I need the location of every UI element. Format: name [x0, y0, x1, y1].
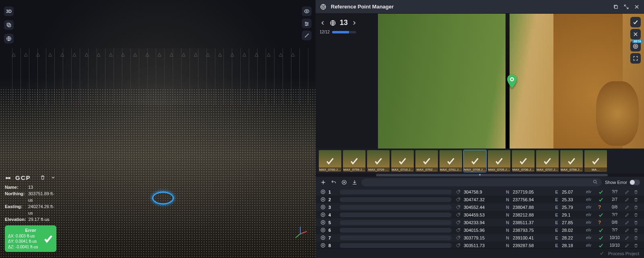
point-name-pill[interactable]	[340, 243, 452, 248]
edit-icon[interactable]	[625, 243, 631, 248]
point-name-pill[interactable]	[340, 197, 452, 202]
measure-tool-button[interactable]	[302, 31, 312, 40]
thumbnail[interactable]: MAX_0709 …	[367, 150, 390, 172]
tag-icon[interactable]	[456, 197, 461, 202]
next-point-button[interactable]	[351, 20, 357, 26]
thumbnail-strip[interactable]: MAX_0760.J…MAX_0759.J…MAX_0709 …MAX_0710…	[316, 149, 644, 173]
point-list[interactable]: 1304758.9N237719.05E25.07elv?/?2304747.3…	[316, 188, 644, 248]
scrollbar-handle[interactable]	[376, 174, 608, 176]
mode-3d-button[interactable]: 3D	[4, 6, 14, 16]
edit-icon[interactable]	[625, 205, 631, 210]
e-axis-label: E	[554, 190, 559, 194]
axis-gizmo[interactable]	[292, 226, 308, 242]
elevation-value: 28.18	[562, 243, 584, 248]
fullscreen-button[interactable]	[630, 53, 641, 64]
point-name-pill[interactable]	[340, 213, 452, 217]
selected-point-ring[interactable]	[152, 192, 174, 204]
thumbnail[interactable]: MAX_0760.J…	[319, 150, 341, 172]
point-name-pill[interactable]	[340, 228, 452, 233]
target-assist-button[interactable]: BETA	[630, 41, 641, 52]
point-row[interactable]: 4304459.53N238212.88E29.1elv?/?	[316, 211, 644, 219]
check-icon	[349, 156, 359, 166]
delete-icon[interactable]	[634, 190, 640, 194]
point-row[interactable]: 7303779.15N239100.41E28.22elv10/10	[316, 234, 644, 241]
delete-icon[interactable]	[634, 205, 640, 210]
delete-icon[interactable]	[634, 220, 640, 225]
point-name-pill[interactable]	[340, 220, 452, 225]
check-icon	[446, 156, 456, 166]
download-button[interactable]	[351, 179, 358, 186]
point-row[interactable]: 8303511.73N239287.58E28.18elv10/10	[316, 241, 644, 248]
point-row[interactable]: 1304758.9N237719.05E25.07elv?/?	[316, 188, 644, 196]
binoculars-icon[interactable]	[5, 174, 11, 181]
thumbnail[interactable]: MAX_0762 …	[415, 150, 438, 172]
delete-icon[interactable]	[634, 228, 640, 233]
chevron-down-icon[interactable]	[50, 174, 56, 181]
point-name-pill[interactable]	[340, 190, 452, 194]
tag-icon[interactable]	[456, 220, 461, 225]
copy-tool-button[interactable]	[4, 20, 14, 30]
maximize-icon[interactable]	[623, 4, 630, 10]
thumbnail[interactable]: MAX_0705.J…	[488, 150, 510, 172]
thumbnail[interactable]: MAX_0759.J…	[343, 150, 365, 172]
svg-point-6	[306, 10, 308, 12]
edit-icon[interactable]	[625, 197, 631, 202]
restore-window-icon[interactable]	[613, 4, 619, 10]
tag-icon[interactable]	[456, 235, 461, 240]
edit-icon[interactable]	[625, 228, 631, 233]
point-row[interactable]: 5304233.94N238511.37E27.85elv?0/8	[316, 219, 644, 226]
status-icon: ?	[598, 204, 605, 210]
confirm-button[interactable]	[630, 17, 641, 27]
tag-icon[interactable]	[456, 205, 461, 210]
delete-icon[interactable]	[634, 213, 640, 217]
delete-icon[interactable]	[634, 197, 640, 202]
delete-icon[interactable]	[634, 243, 640, 248]
clear-all-button[interactable]	[341, 179, 348, 186]
thumbnail[interactable]: MAX_0708.J…	[464, 150, 486, 172]
search-input[interactable]	[365, 180, 593, 185]
thumbnail[interactable]: MAX_0710.J…	[391, 150, 414, 172]
search-input-wrap	[361, 178, 602, 186]
prev-point-button[interactable]	[320, 20, 326, 26]
edit-icon[interactable]	[625, 190, 631, 194]
thumbnail[interactable]: MA…	[584, 150, 607, 172]
show-error-toggle[interactable]	[630, 180, 640, 185]
edit-icon[interactable]	[625, 213, 631, 217]
add-point-button[interactable]	[320, 179, 327, 186]
process-project-button[interactable]: Process Project	[608, 251, 639, 256]
thumbnail[interactable]: MAX_0758.J…	[560, 150, 583, 172]
thumbnail[interactable]: MAX_0706.J…	[512, 150, 535, 172]
thumbnail[interactable]: MAX_0707.J…	[536, 150, 559, 172]
point-row[interactable]: 6304015.96N238793.75E28.02elv?/?	[316, 226, 644, 234]
delete-gcp-icon[interactable]	[39, 174, 46, 181]
target-icon	[320, 3, 327, 10]
point-id: 8	[328, 243, 337, 248]
undo-button[interactable]	[330, 179, 337, 186]
point-name-pill[interactable]	[340, 205, 452, 210]
elevation-value: 25.33	[562, 197, 584, 202]
point-name-pill[interactable]	[340, 235, 452, 240]
settings-tool-button[interactable]	[302, 19, 312, 28]
edit-icon[interactable]	[625, 220, 631, 225]
point-row[interactable]: 3304552.44N238047.88E25.79elv?0/8	[316, 203, 644, 211]
search-icon[interactable]	[593, 180, 599, 185]
clear-button[interactable]	[630, 29, 641, 39]
tag-icon[interactable]	[456, 228, 461, 233]
map-marker-icon[interactable]	[507, 74, 517, 88]
aerial-image[interactable]	[378, 14, 644, 149]
easting-value: 238793.75	[513, 228, 551, 233]
tag-icon[interactable]	[456, 213, 461, 217]
delete-icon[interactable]	[634, 235, 640, 240]
thumbnail-label: MAX_0760.J…	[319, 167, 341, 172]
globe-tool-button[interactable]	[4, 34, 14, 43]
point-row[interactable]: 2304747.32N237756.94E25.33elv2/7	[316, 196, 644, 203]
n-axis-label: N	[505, 220, 510, 225]
edit-icon[interactable]	[625, 235, 631, 240]
close-icon[interactable]	[634, 4, 640, 10]
tag-icon[interactable]	[456, 190, 461, 194]
tag-icon[interactable]	[456, 243, 461, 248]
thumbnail[interactable]: MAX_0761.J…	[440, 150, 462, 172]
eye-tool-button[interactable]	[302, 6, 312, 16]
thumbnail-scrollbar[interactable]: ▾	[316, 173, 644, 177]
n-axis-label: N	[505, 228, 510, 233]
